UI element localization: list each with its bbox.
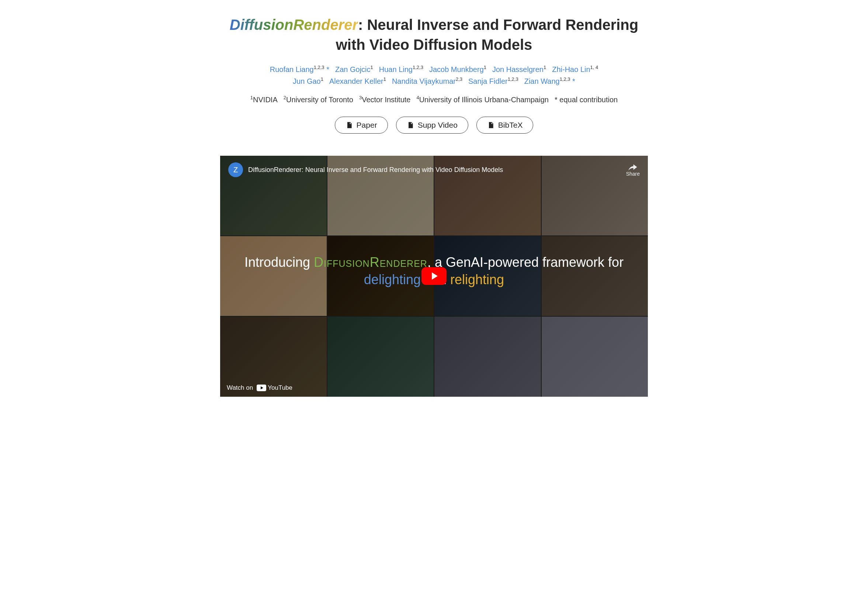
- overlay-delighting: delighting: [364, 272, 421, 287]
- youtube-icon: [257, 385, 266, 391]
- overlay-brand: DiffusionRenderer: [314, 255, 427, 270]
- video-title[interactable]: DiffusionRenderer: Neural Inverse and Fo…: [248, 166, 503, 174]
- bibtex-button-label: BibTeX: [498, 121, 523, 130]
- author-link[interactable]: Zan Gojcic1: [335, 64, 373, 75]
- author-link[interactable]: Nandita Vijaykumar2,3: [392, 75, 462, 87]
- author-link[interactable]: Huan Ling1,2,3: [379, 64, 423, 75]
- author-link[interactable]: Jacob Munkberg1: [429, 64, 486, 75]
- title-rest: : Neural Inverse and Forward Rendering w…: [336, 16, 639, 53]
- affiliation: 3Vector Institute: [359, 94, 411, 105]
- affiliation: 2University of Toronto: [283, 94, 353, 105]
- title-brand: DiffusionRenderer: [230, 16, 358, 33]
- author-link[interactable]: Ruofan Liang1,2,3 *: [270, 64, 329, 75]
- document-icon: [487, 121, 495, 129]
- watch-on-youtube[interactable]: Watch on YouTube: [220, 379, 299, 397]
- button-row: Paper Supp Video BibTeX: [220, 117, 648, 133]
- page-title: DiffusionRenderer: Neural Inverse and Fo…: [220, 15, 648, 55]
- supp-video-button-label: Supp Video: [418, 121, 458, 130]
- bibtex-button[interactable]: BibTeX: [477, 117, 534, 133]
- affiliations-block: 1NVIDIA2University of Toronto3Vector Ins…: [220, 94, 648, 105]
- share-icon: [627, 163, 638, 171]
- author-link[interactable]: Zhi-Hao Lin1, 4: [552, 64, 598, 75]
- equal-contribution-note: * equal contribution: [555, 94, 618, 105]
- paper-button-label: Paper: [357, 121, 377, 130]
- watch-on-label: Watch on: [227, 384, 253, 392]
- overlay-relighting: relighting: [450, 272, 504, 287]
- play-button[interactable]: [421, 267, 447, 285]
- author-link[interactable]: Alexander Keller1: [329, 75, 386, 87]
- affiliation: 4University of Illinois Urbana-Champaign: [416, 94, 549, 105]
- author-link[interactable]: Zian Wang1,2,3 *: [524, 75, 575, 87]
- affiliation: 1NVIDIA: [250, 94, 278, 105]
- authors-block: Ruofan Liang1,2,3 *Zan Gojcic1Huan Ling1…: [220, 64, 648, 87]
- channel-avatar[interactable]: Z: [228, 162, 243, 177]
- author-link[interactable]: Jon Hasselgren1: [492, 64, 546, 75]
- paper-button[interactable]: Paper: [335, 117, 388, 133]
- author-link[interactable]: Jun Gao1: [293, 75, 323, 87]
- author-link[interactable]: Sanja Fidler1,2,3: [468, 75, 518, 87]
- share-button[interactable]: Share: [626, 163, 640, 177]
- supp-video-button[interactable]: Supp Video: [396, 117, 468, 133]
- share-label: Share: [626, 171, 640, 177]
- video-embed[interactable]: Z DiffusionRenderer: Neural Inverse and …: [220, 156, 648, 397]
- document-icon: [407, 121, 414, 129]
- document-icon: [345, 121, 353, 129]
- youtube-logo: YouTube: [257, 384, 292, 392]
- video-header: Z DiffusionRenderer: Neural Inverse and …: [220, 156, 648, 184]
